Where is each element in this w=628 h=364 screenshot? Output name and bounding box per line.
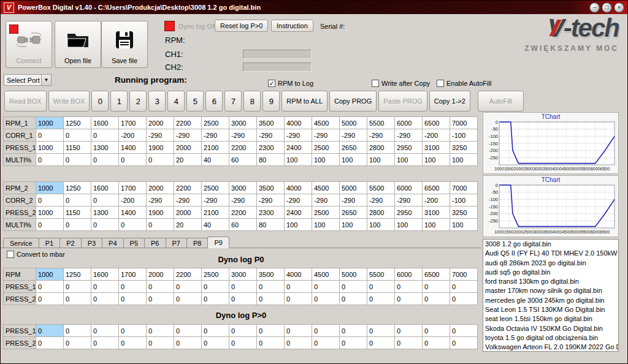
close-button[interactable]: × [614,2,624,13]
tab-p8[interactable]: P8 [186,238,208,248]
grid-cell[interactable]: 1900 [147,207,174,219]
maximize-button[interactable]: □ [602,2,612,13]
grid-cell[interactable]: 100 [450,154,478,166]
grid-cell[interactable]: 2500 [312,142,340,154]
grid-cell[interactable]: 3100 [423,142,450,154]
grid-cell[interactable]: 0 [367,281,395,293]
digit-button-2[interactable]: 2 [129,91,147,112]
grid-cell[interactable]: 1000 [36,142,64,154]
grid-cell[interactable]: 0 [285,293,312,305]
grid-cell[interactable]: 0 [36,293,64,305]
write-after-copy-checkbox[interactable]: Write after Copy [372,80,430,87]
grid-cell[interactable]: 0 [119,219,147,231]
file-list-item[interactable]: Audi Q5 II (FY FL) 40 TDI MHEV 2.0 150kW… [483,249,618,258]
grid-cell[interactable]: 2000 [174,142,202,154]
grid-cell[interactable]: -200 [119,129,147,142]
grid-cell[interactable]: 80 [257,154,285,166]
grid-cell[interactable]: 0 [64,293,91,305]
grid-cell[interactable]: -290 [257,194,285,207]
grid-cell[interactable]: 100 [423,154,450,166]
grid-cell[interactable]: 2650 [340,207,367,219]
grid-cell[interactable]: 1600 [91,117,119,129]
grid-cell[interactable]: 1000 [36,182,64,194]
grid-cell[interactable]: 4000 [285,268,312,281]
grid-cell[interactable]: 1000 [36,117,64,129]
digit-button-6[interactable]: 6 [205,91,223,112]
grid-cell[interactable]: 0 [395,293,423,305]
grid-cell[interactable]: 100 [395,154,423,166]
grid-cell[interactable]: 5500 [367,182,395,194]
grid-cell[interactable]: 0 [36,194,64,207]
grid-cell[interactable]: 7000 [450,117,478,129]
tab-p3[interactable]: P3 [81,238,102,248]
file-list-item[interactable]: toyota 1.5 go digital od obciążenia.bin [483,333,618,343]
grid-cell[interactable]: 4500 [312,268,340,281]
grid-cell[interactable]: 2800 [367,207,395,219]
digit-button-1[interactable]: 1 [110,91,128,112]
tab-p4[interactable]: P4 [102,238,123,248]
grid-cell[interactable]: -290 [395,129,423,142]
tab-p5[interactable]: P5 [123,238,145,248]
digit-button-9[interactable]: 9 [262,91,280,112]
grid-cell[interactable]: 20 [174,154,202,166]
grid-cell[interactable]: 0 [423,293,450,305]
grid-cell[interactable]: 4500 [312,117,340,129]
grid-cell[interactable]: -290 [174,194,202,207]
grid-cell[interactable]: 0 [202,281,229,293]
grid-cell[interactable]: -290 [147,194,174,207]
grid-cell[interactable]: -290 [202,194,229,207]
grid-cell[interactable]: 100 [395,219,423,231]
title-bar[interactable]: V PowerBox Digital v1.40 - C:\Users\Prod… [1,1,627,14]
connect-button[interactable]: Connect [6,21,52,68]
grid-cell[interactable]: 1600 [91,268,119,281]
grid-cell[interactable]: 100 [367,154,395,166]
grid-cell[interactable]: 0 [174,281,202,293]
grid-cell[interactable]: 0 [202,325,229,337]
grid-cell[interactable]: 3000 [229,117,257,129]
grid-cell[interactable]: 0 [423,337,450,349]
digit-button-8[interactable]: 8 [243,91,261,112]
grid-cell[interactable]: 0 [285,325,312,337]
grid-cell[interactable]: -290 [340,194,367,207]
grid-cell[interactable]: 0 [395,281,423,293]
instruction-button[interactable]: Instruction [271,20,313,32]
grid-cell[interactable]: 0 [119,293,147,305]
grid-cell[interactable]: 5000 [340,117,367,129]
grid-cell[interactable]: 3000 [229,182,257,194]
grid-cell[interactable]: 2400 [285,207,312,219]
file-list-item[interactable]: 3008 1.2 go digital.bin [483,240,618,249]
grid-cell[interactable]: 100 [367,219,395,231]
grid-cell[interactable]: 1000 [36,268,64,281]
grid-cell[interactable]: -100 [450,194,478,207]
grid-cell[interactable]: 3250 [450,142,478,154]
grid-cell[interactable]: 6500 [423,117,450,129]
grid-cell[interactable]: 0 [257,325,285,337]
grid-cell[interactable]: -200 [423,129,450,142]
grid-cell[interactable]: 0 [312,337,340,349]
grid-cell[interactable]: 0 [312,325,340,337]
grid-cell[interactable]: 2300 [257,142,285,154]
grid-cell[interactable]: -290 [229,129,257,142]
grid-cell[interactable]: 0 [312,281,340,293]
grid-cell[interactable]: 0 [450,281,478,293]
grid-cell[interactable]: 0 [229,281,257,293]
grid-cell[interactable]: 4500 [312,182,340,194]
digit-button-3[interactable]: 3 [148,91,166,112]
grid-cell[interactable]: 3000 [229,268,257,281]
grid-cell[interactable]: 0 [91,219,119,231]
grid-cell[interactable]: 2950 [395,207,423,219]
grid-cell[interactable]: -200 [119,194,147,207]
grid-cell[interactable]: 0 [91,281,119,293]
grid-cell[interactable]: 0 [64,337,91,349]
grid-cell[interactable]: 4000 [285,117,312,129]
grid-cell[interactable]: 0 [257,281,285,293]
grid-cell[interactable]: 0 [91,194,119,207]
grid-cell[interactable]: 0 [202,293,229,305]
grid-cell[interactable]: 5000 [340,268,367,281]
grid-cell[interactable]: 0 [36,129,64,142]
grid-cell[interactable]: 0 [91,154,119,166]
tab-p2[interactable]: P2 [59,238,81,248]
digit-button-0[interactable]: 0 [91,91,109,112]
grid-cell[interactable]: 2200 [174,182,202,194]
grid-cell[interactable]: 0 [64,281,91,293]
